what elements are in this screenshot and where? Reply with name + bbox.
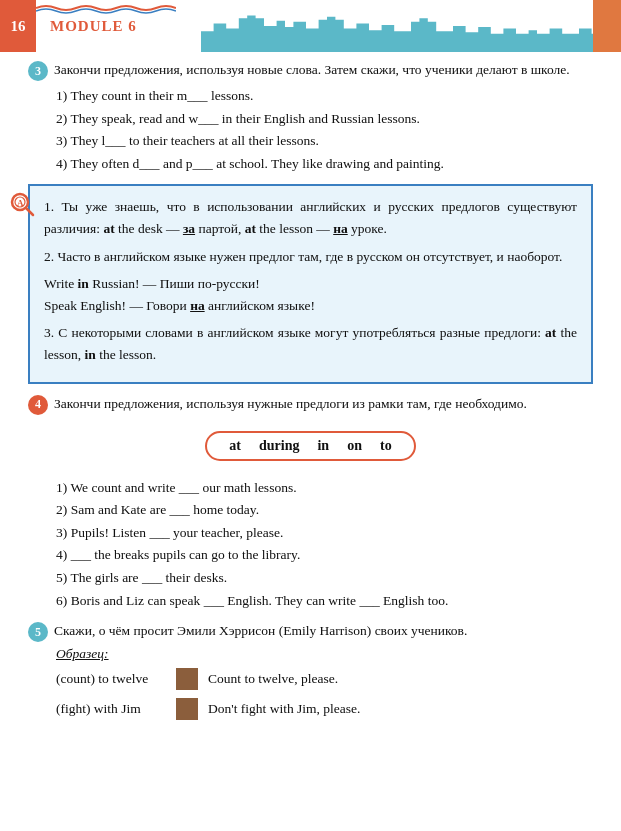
- page-number: 16: [0, 0, 36, 52]
- exercise-4-item-6: 6) Boris and Liz can speak ___ English. …: [56, 590, 593, 612]
- page-header: 16 MODULE 6: [0, 0, 621, 52]
- svg-text:A: A: [17, 198, 24, 208]
- exercise-3-instruction: Закончи предложения, используя новые сло…: [54, 60, 570, 80]
- exercise-3-item-3: 3) They l___ to their teachers at all th…: [56, 130, 593, 152]
- exercise-3-number: 3: [28, 61, 48, 81]
- prep-to: to: [380, 438, 392, 454]
- sample-2-output: Don't fight with Jim, please.: [208, 701, 593, 717]
- info-point-2: 2. Часто в английском языке нужен предло…: [44, 246, 577, 268]
- exercise-4-items: 1) We count and write ___ our math lesso…: [56, 477, 593, 612]
- info-point-1: 1. Ты уже знаешь, что в использовании ан…: [44, 196, 577, 239]
- exercise-5-header: 5 Скажи, о чём просит Эмили Хэррисон (Em…: [28, 621, 593, 642]
- sample-section: Образец: (count) to twelve Count to twel…: [56, 646, 593, 720]
- exercise-5-instruction: Скажи, о чём просит Эмили Хэррисон (Emil…: [54, 621, 467, 641]
- prep-on: on: [347, 438, 362, 454]
- exercise-4-item-4: 4) ___ the breaks pupils can go to the l…: [56, 544, 593, 566]
- skyline-decoration: [201, 0, 621, 52]
- brown-square-1: [176, 668, 198, 690]
- svg-line-1: [26, 208, 33, 215]
- exercise-4: 4 Закончи предложения, используя нужные …: [28, 394, 593, 612]
- orange-accent: [593, 0, 621, 52]
- exercise-4-number: 4: [28, 395, 48, 415]
- info-point-3: 3. С некоторыми словами в английском язы…: [44, 322, 577, 365]
- brown-square-2: [176, 698, 198, 720]
- sample-row-2: (fight) with Jim Don't fight with Jim, p…: [56, 698, 593, 720]
- exercise-4-instruction: Закончи предложения, используя нужные пр…: [54, 394, 527, 414]
- module-title: MODULE 6: [50, 18, 137, 35]
- exercise-3-header: 3 Закончи предложения, используя новые с…: [28, 60, 593, 81]
- exercise-3-item-1: 1) They count in their m___ lessons.: [56, 85, 593, 107]
- sample-2-input: (fight) with Jim: [56, 701, 166, 717]
- magnifier-icon: A: [10, 192, 36, 224]
- search-icon: A: [10, 192, 36, 218]
- info-box-container: A 1. Ты уже знаешь, что в использовании …: [28, 184, 593, 383]
- prep-in: in: [317, 438, 329, 454]
- exercise-4-item-2: 2) Sam and Kate are ___ home today.: [56, 499, 593, 521]
- main-content: 3 Закончи предложения, используя новые с…: [0, 52, 621, 740]
- prep-at: at: [229, 438, 241, 454]
- prepositions-container: at during in on to: [28, 423, 593, 469]
- prepositions-box: at during in on to: [205, 431, 415, 461]
- exercise-3-item-2: 2) They speak, read and w___ in their En…: [56, 108, 593, 130]
- exercise-4-item-1: 1) We count and write ___ our math lesso…: [56, 477, 593, 499]
- exercise-5-number: 5: [28, 622, 48, 642]
- wave-decoration: [36, 2, 176, 14]
- sample-1-output: Count to twelve, please.: [208, 671, 593, 687]
- prep-during: during: [259, 438, 299, 454]
- info-box: 1. Ты уже знаешь, что в использовании ан…: [28, 184, 593, 383]
- info-examples: Write in Russian! — Пиши по-русски! Spea…: [44, 273, 577, 316]
- exercise-4-item-5: 5) The girls are ___ their desks.: [56, 567, 593, 589]
- exercise-5: 5 Скажи, о чём просит Эмили Хэррисон (Em…: [28, 621, 593, 720]
- exercise-4-header: 4 Закончи предложения, используя нужные …: [28, 394, 593, 415]
- sample-label: Образец:: [56, 646, 593, 662]
- exercise-3-item-4: 4) They often d___ and p___ at school. T…: [56, 153, 593, 175]
- sample-label-text: Образец:: [56, 646, 109, 661]
- exercise-3: 3 Закончи предложения, используя новые с…: [28, 60, 593, 174]
- sample-1-input: (count) to twelve: [56, 671, 166, 687]
- sample-row-1: (count) to twelve Count to twelve, pleas…: [56, 668, 593, 690]
- exercise-3-items: 1) They count in their m___ lessons. 2) …: [56, 85, 593, 174]
- exercise-4-item-3: 3) Pupils! Listen ___ your teacher, plea…: [56, 522, 593, 544]
